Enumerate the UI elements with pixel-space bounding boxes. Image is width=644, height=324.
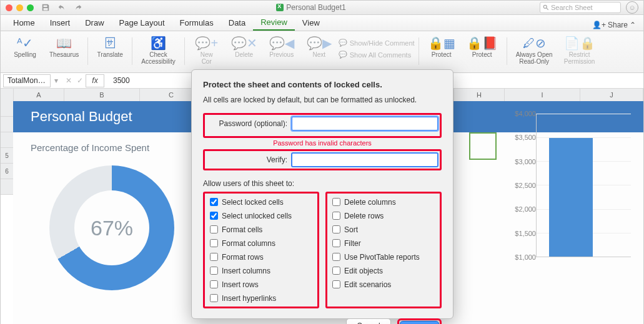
fx-button[interactable]: fx	[86, 74, 104, 87]
ok-button[interactable]: OK	[400, 321, 439, 324]
bar-chart-yaxis: $4,000 $3,500 $3,000 $2,500 $2,000 $1,50…	[506, 114, 540, 257]
allow-left-5[interactable]: Insert columns	[206, 264, 316, 277]
allow-left-checkbox-1[interactable]	[210, 212, 218, 220]
next-comment-button: 💬▶Next	[301, 35, 337, 58]
share-button[interactable]: 👤+ Share ⌃	[592, 21, 638, 29]
protect-workbook-button[interactable]: 🔒📕Protect	[462, 35, 503, 58]
allow-left-2[interactable]: Format cells	[206, 223, 316, 236]
password-input[interactable]	[291, 116, 438, 131]
allow-left-3[interactable]: Format columns	[206, 237, 316, 250]
allow-right-6[interactable]: Edit scenarios	[329, 278, 438, 291]
undo-icon[interactable]	[57, 3, 66, 12]
allow-right-checkbox-3[interactable]	[332, 239, 340, 247]
allow-right-3[interactable]: Filter	[329, 237, 438, 250]
allow-right-checkbox-1[interactable]	[332, 212, 340, 220]
name-box[interactable]: TotalMon…	[3, 74, 51, 87]
tab-pagelayout[interactable]: Page Layout	[112, 16, 172, 30]
zoom-window[interactable]	[27, 4, 34, 11]
allow-left-checkbox-3[interactable]	[210, 239, 218, 247]
select-all-corner[interactable]	[1, 89, 14, 101]
allow-right-checkbox-6[interactable]	[332, 280, 340, 288]
close-window[interactable]	[6, 4, 12, 11]
allow-left-checkbox-0[interactable]	[210, 198, 218, 206]
delete-comment-button: 💬✕Delete	[226, 35, 262, 58]
search-sheet-input[interactable]: Search Sheet	[540, 2, 621, 13]
verify-label: Verify:	[206, 155, 291, 164]
accessibility-button[interactable]: ♿Check Accessibility	[136, 35, 180, 65]
name-box-dropdown-icon[interactable]: ▾	[54, 76, 58, 85]
quick-access	[41, 3, 82, 12]
protect-workbook-icon: 🔒📕	[467, 35, 498, 51]
allow-left-label-7: Insert hyperlinks	[222, 294, 276, 303]
allow-right-label-3: Filter	[344, 239, 361, 248]
restrict-icon: 📄🔒	[564, 35, 595, 51]
tab-insert[interactable]: Insert	[42, 16, 78, 30]
col-H[interactable]: H	[454, 89, 505, 101]
previous-icon: 💬◀	[269, 35, 294, 51]
delete-comment-icon: 💬✕	[231, 35, 257, 51]
row-5[interactable]: 5	[1, 148, 13, 164]
col-J[interactable]: J	[580, 89, 643, 101]
showhide-comment: 💬Show/Hide Comment	[339, 39, 415, 47]
col-A[interactable]: A	[14, 89, 64, 101]
allow-left-0[interactable]: Select locked cells	[206, 195, 316, 209]
always-open-readonly[interactable]: 🖊⊘Always Open Read-Only	[511, 35, 558, 65]
password-label: Password (optional):	[206, 119, 291, 128]
tab-formulas[interactable]: Formulas	[172, 16, 221, 30]
allow-right-5[interactable]: Edit objects	[329, 264, 438, 277]
allow-right-checkbox-2[interactable]	[332, 225, 340, 233]
allow-left-6[interactable]: Insert rows	[206, 278, 316, 291]
allow-right-4[interactable]: Use PivotTable reports	[329, 250, 438, 263]
allow-left-checkbox-4[interactable]	[210, 253, 218, 261]
allow-right-checkbox-5[interactable]	[332, 267, 340, 275]
row-6[interactable]: 6	[1, 164, 13, 179]
allow-right-label-0: Delete columns	[344, 198, 396, 207]
allow-left-1[interactable]: Select unlocked cells	[206, 209, 316, 222]
search-icon	[543, 4, 549, 11]
thesaurus-button[interactable]: 📖Thesaurus	[44, 35, 84, 58]
comments-all-icon: 💬	[339, 51, 347, 59]
allow-right-2[interactable]: Sort	[329, 223, 438, 236]
user-avatar[interactable]: ☺	[626, 1, 638, 14]
tab-review[interactable]: Review	[253, 15, 295, 31]
spelling-button[interactable]: ᴬ✓Spelling	[7, 35, 43, 58]
allow-left-checkbox-2[interactable]	[210, 225, 218, 233]
allow-left-checkbox-5[interactable]	[210, 267, 218, 275]
allow-left-label-4: Format rows	[222, 253, 264, 262]
redo-icon[interactable]	[74, 3, 82, 12]
allow-left-label-2: Format cells	[222, 225, 262, 234]
allow-right-label-2: Sort	[344, 225, 358, 234]
readonly-icon: 🖊⊘	[523, 35, 546, 51]
tab-home[interactable]: Home	[6, 16, 42, 30]
allow-left-4[interactable]: Format rows	[206, 250, 316, 263]
allow-left-label-3: Format columns	[222, 239, 275, 248]
formula-value[interactable]: 3500	[113, 76, 130, 85]
document-title: Personal Budget1	[82, 3, 540, 12]
allow-right-0[interactable]: Delete columns	[329, 195, 438, 209]
allow-right-1[interactable]: Delete rows	[329, 209, 438, 222]
showall-comments[interactable]: 💬Show All Comments	[339, 51, 415, 59]
minimize-window[interactable]	[16, 4, 23, 11]
allow-right-checkbox-4[interactable]	[332, 253, 340, 261]
translate-button[interactable]: 🈂Translate	[92, 35, 128, 58]
allow-left-checkbox-6[interactable]	[210, 280, 218, 288]
allow-right-label-6: Edit scenarios	[344, 280, 391, 289]
col-B[interactable]: B	[64, 89, 140, 101]
verify-input[interactable]	[291, 152, 438, 167]
protect-sheet-button[interactable]: 🔒▦Protect	[423, 35, 460, 58]
row-headers: 56	[1, 101, 13, 195]
tab-view[interactable]: View	[295, 16, 327, 30]
new-comment-button[interactable]: 💬+New Cor	[189, 35, 225, 65]
allow-left-label-6: Insert rows	[222, 280, 259, 289]
excel-icon	[276, 4, 284, 11]
previous-comment-button: 💬◀Previous	[264, 35, 300, 58]
allow-left-checkbox-7[interactable]	[210, 294, 218, 302]
tab-draw[interactable]: Draw	[77, 16, 111, 30]
col-I[interactable]: I	[505, 89, 580, 101]
cancel-button[interactable]: Cancel	[346, 318, 390, 324]
allow-right-checkbox-0[interactable]	[332, 198, 340, 206]
tab-data[interactable]: Data	[221, 16, 253, 30]
save-icon[interactable]	[41, 3, 50, 12]
allow-left-7[interactable]: Insert hyperlinks	[206, 292, 316, 305]
formula-confirm: ✓	[77, 76, 83, 85]
